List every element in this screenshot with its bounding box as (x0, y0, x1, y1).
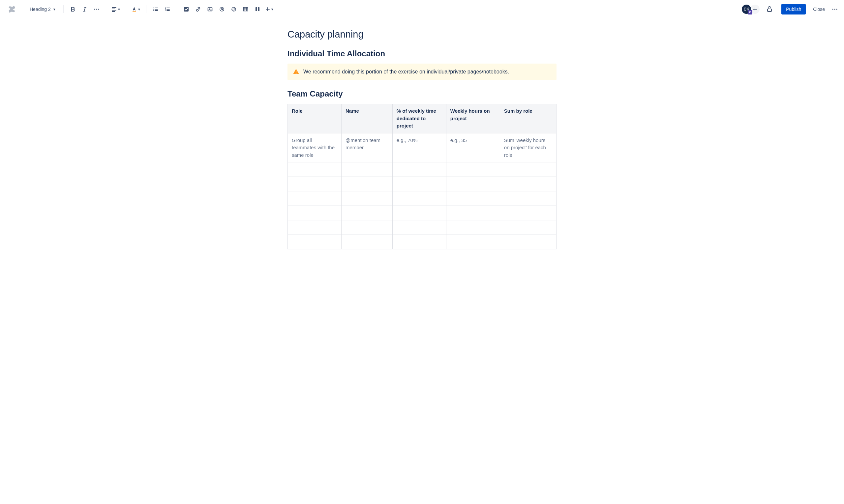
chevron-down-icon: ▼ (53, 7, 56, 11)
table-cell[interactable] (446, 206, 500, 220)
table-header[interactable]: Name (342, 104, 393, 133)
svg-rect-25 (296, 71, 296, 72)
avatar-badge: C (748, 10, 752, 15)
table-button[interactable] (240, 4, 251, 15)
toolbar-separator (63, 5, 64, 13)
table-cell[interactable] (288, 206, 342, 220)
table-cell[interactable] (446, 177, 500, 192)
warning-text: We recommend doing this portion of the e… (303, 68, 509, 75)
close-button[interactable]: Close (810, 4, 828, 15)
table-cell[interactable] (288, 235, 342, 249)
svg-point-5 (153, 9, 154, 10)
table-cell[interactable] (392, 235, 446, 249)
page-title[interactable]: Capacity planning (288, 29, 556, 40)
table-cell[interactable] (500, 177, 556, 192)
svg-point-22 (832, 8, 833, 10)
restrictions-button[interactable] (764, 4, 775, 15)
svg-rect-21 (768, 9, 772, 12)
table-cell[interactable]: e.g., 35 (446, 133, 500, 162)
table-cell[interactable] (500, 162, 556, 177)
table-header[interactable]: % of weekly time dedicated to project (392, 104, 446, 133)
table-cell[interactable] (392, 177, 446, 192)
italic-button[interactable] (80, 4, 90, 15)
more-actions-button[interactable] (829, 4, 840, 15)
svg-point-17 (234, 8, 235, 9)
svg-rect-3 (133, 11, 136, 12)
svg-point-4 (153, 7, 154, 8)
text-color-button[interactable]: ▼ (130, 4, 142, 15)
table-header[interactable]: Weekly hours on project (446, 104, 500, 133)
warning-panel[interactable]: We recommend doing this portion of the e… (288, 64, 556, 80)
table-cell[interactable] (392, 206, 446, 220)
section-heading-team[interactable]: Team Capacity (288, 89, 556, 98)
table-cell[interactable] (446, 192, 500, 206)
toolbar-separator (146, 5, 147, 13)
table-cell[interactable] (446, 235, 500, 249)
table-cell[interactable] (392, 162, 446, 177)
confluence-logo[interactable] (6, 4, 17, 15)
alignment-button[interactable]: ▼ (110, 4, 122, 15)
user-avatar[interactable]: CK C (741, 4, 752, 15)
table-cell[interactable] (500, 235, 556, 249)
svg-point-0 (94, 8, 95, 10)
table-header[interactable]: Sum by role (500, 104, 556, 133)
table-row (288, 162, 556, 177)
numbered-list-button[interactable]: 123 (162, 4, 173, 15)
text-style-select[interactable]: Heading 2 ▼ (27, 5, 59, 14)
svg-point-13 (220, 7, 224, 11)
link-button[interactable] (193, 4, 203, 15)
emoji-button[interactable] (228, 4, 239, 15)
table-cell[interactable]: Sum 'weekly hours on project' for each r… (500, 133, 556, 162)
insert-more-button[interactable]: ▼ (264, 4, 275, 15)
table-cell[interactable] (500, 220, 556, 235)
table-cell[interactable] (342, 162, 393, 177)
table-row (288, 235, 556, 249)
section-heading-individual[interactable]: Individual Time Allocation (288, 49, 556, 58)
svg-point-26 (296, 73, 296, 73)
table-cell[interactable] (342, 235, 393, 249)
bold-button[interactable] (68, 4, 78, 15)
table-cell[interactable] (392, 192, 446, 206)
table-row (288, 192, 556, 206)
chevron-down-icon: ▼ (117, 7, 121, 11)
svg-rect-11 (208, 7, 212, 11)
table-cell[interactable] (288, 177, 342, 192)
publish-button[interactable]: Publish (781, 4, 806, 15)
action-item-button[interactable] (181, 4, 192, 15)
table-cell[interactable] (500, 192, 556, 206)
table-cell[interactable] (288, 220, 342, 235)
svg-point-12 (209, 8, 209, 9)
chevron-down-icon: ▼ (271, 7, 274, 11)
table-cell[interactable] (288, 162, 342, 177)
table-row (288, 177, 556, 192)
bullet-list-button[interactable] (150, 4, 161, 15)
table-cell[interactable] (446, 162, 500, 177)
table-cell[interactable] (288, 192, 342, 206)
chevron-down-icon: ▼ (137, 7, 141, 11)
table-cell[interactable] (446, 220, 500, 235)
table-cell[interactable] (392, 220, 446, 235)
toolbar-separator (177, 5, 177, 13)
mention-button[interactable] (217, 4, 227, 15)
table-row (288, 206, 556, 220)
svg-point-1 (96, 8, 97, 10)
svg-rect-19 (256, 7, 257, 11)
table-cell[interactable] (342, 220, 393, 235)
table-cell[interactable] (342, 192, 393, 206)
table-cell[interactable] (342, 177, 393, 192)
table-cell[interactable]: Group all teammates with the same role (288, 133, 342, 162)
table-cell[interactable]: e.g., 70% (392, 133, 446, 162)
team-capacity-table[interactable]: Role Name % of weekly time dedicated to … (288, 104, 556, 249)
image-button[interactable] (205, 4, 215, 15)
svg-point-2 (98, 8, 99, 10)
table-cell[interactable]: @mention team member (342, 133, 393, 162)
layouts-button[interactable] (252, 4, 263, 15)
toolbar-separator (106, 5, 106, 13)
table-cell[interactable] (500, 206, 556, 220)
warning-icon (293, 68, 299, 75)
more-formatting-button[interactable] (91, 4, 102, 15)
table-cell[interactable] (342, 206, 393, 220)
table-header[interactable]: Role (288, 104, 342, 133)
editor-content[interactable]: Capacity planning Individual Time Alloca… (283, 18, 561, 270)
table-row (288, 220, 556, 235)
